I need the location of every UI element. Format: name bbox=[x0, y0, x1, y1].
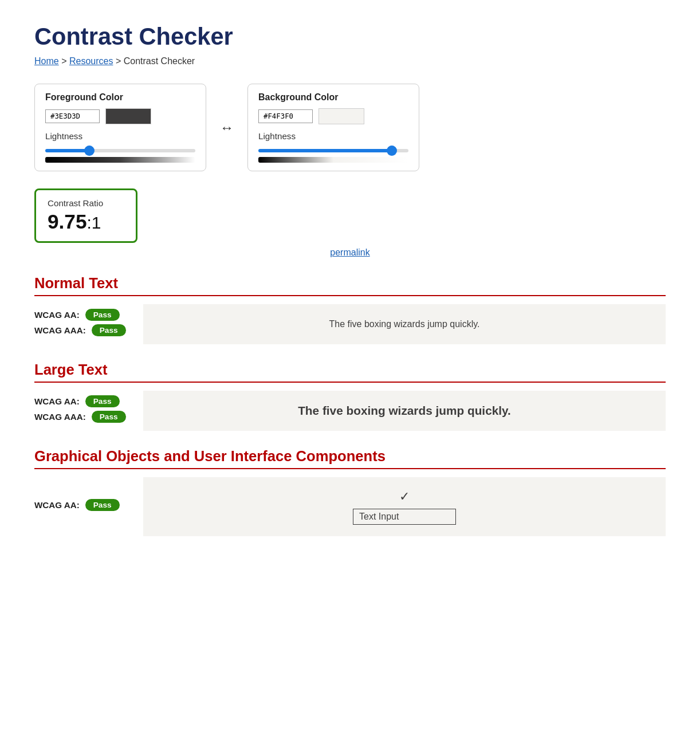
foreground-swatch bbox=[105, 108, 151, 124]
background-input-row bbox=[258, 108, 408, 124]
large-wcag-aaa-row: WCAG AAA: Pass bbox=[34, 411, 132, 423]
normal-wcag-aa-badge: Pass bbox=[85, 309, 120, 321]
graphical-row: WCAG AA: Pass ✓ bbox=[34, 477, 666, 536]
foreground-panel: Foreground Color Lightness bbox=[34, 84, 206, 171]
contrast-ratio-value: 9.75:1 bbox=[48, 210, 124, 233]
large-wcag-aaa-label: WCAG AAA: bbox=[34, 412, 86, 422]
large-text-row: WCAG AA: Pass WCAG AAA: Pass The five bo… bbox=[34, 391, 666, 431]
background-slider-container bbox=[258, 144, 408, 155]
normal-wcag-aaa-row: WCAG AAA: Pass bbox=[34, 324, 132, 336]
normal-wcag-aa-label: WCAG AA: bbox=[34, 310, 80, 320]
checkmark-icon: ✓ bbox=[399, 489, 410, 504]
background-gradient-bar bbox=[258, 157, 408, 163]
large-wcag-aa-badge: Pass bbox=[85, 395, 120, 407]
foreground-input-row bbox=[45, 108, 195, 124]
large-wcag-aaa-badge: Pass bbox=[92, 411, 126, 423]
normal-text-section: Normal Text WCAG AA: Pass WCAG AAA: Pass… bbox=[34, 275, 666, 344]
normal-wcag-aa-row: WCAG AA: Pass bbox=[34, 309, 132, 321]
normal-text-wcag-labels: WCAG AA: Pass WCAG AAA: Pass bbox=[34, 309, 132, 340]
graphical-section: Graphical Objects and User Interface Com… bbox=[34, 448, 666, 536]
graphical-wcag-labels: WCAG AA: Pass bbox=[34, 499, 132, 514]
breadcrumb-resources[interactable]: Resources bbox=[69, 56, 113, 66]
graphical-heading: Graphical Objects and User Interface Com… bbox=[34, 448, 666, 469]
permalink-link[interactable]: permalink bbox=[34, 247, 666, 258]
large-text-sample: The five boxing wizards jump quickly. bbox=[298, 404, 511, 418]
normal-text-row: WCAG AA: Pass WCAG AAA: Pass The five bo… bbox=[34, 304, 666, 344]
background-label: Background Color bbox=[258, 92, 408, 103]
contrast-ratio-label: Contrast Ratio bbox=[48, 198, 124, 208]
normal-wcag-aaa-badge: Pass bbox=[92, 324, 126, 336]
foreground-lightness-slider[interactable] bbox=[45, 149, 195, 152]
background-panel: Background Color Lightness bbox=[247, 84, 419, 171]
text-input-demo[interactable] bbox=[353, 509, 456, 525]
foreground-gradient-bar bbox=[45, 157, 195, 163]
large-text-section: Large Text WCAG AA: Pass WCAG AAA: Pass … bbox=[34, 361, 666, 431]
page-title: Contrast Checker bbox=[34, 23, 666, 50]
background-lightness-slider[interactable] bbox=[258, 149, 408, 152]
large-text-preview: The five boxing wizards jump quickly. bbox=[143, 391, 666, 431]
large-text-wcag-labels: WCAG AA: Pass WCAG AAA: Pass bbox=[34, 395, 132, 426]
swap-button[interactable]: ↔ bbox=[218, 117, 236, 138]
foreground-lightness-label: Lightness bbox=[45, 131, 195, 141]
graphical-preview: ✓ bbox=[143, 477, 666, 536]
large-text-heading: Large Text bbox=[34, 361, 666, 383]
color-inputs-row: Foreground Color Lightness ↔ Background … bbox=[34, 84, 666, 171]
normal-text-preview: The five boxing wizards jump quickly. bbox=[143, 304, 666, 344]
normal-text-heading: Normal Text bbox=[34, 275, 666, 296]
contrast-area: Contrast Ratio 9.75:1 permalink bbox=[34, 188, 666, 258]
large-wcag-aa-row: WCAG AA: Pass bbox=[34, 395, 132, 407]
breadcrumb-home[interactable]: Home bbox=[34, 56, 59, 66]
foreground-slider-container bbox=[45, 144, 195, 155]
background-hex-input[interactable] bbox=[258, 109, 313, 123]
background-swatch bbox=[318, 108, 364, 124]
normal-wcag-aaa-label: WCAG AAA: bbox=[34, 325, 86, 335]
contrast-ratio-box: Contrast Ratio 9.75:1 bbox=[34, 188, 137, 243]
breadcrumb-current: Contrast Checker bbox=[124, 56, 195, 66]
background-lightness-label: Lightness bbox=[258, 131, 408, 141]
graphical-wcag-aa-badge: Pass bbox=[85, 499, 120, 511]
foreground-hex-input[interactable] bbox=[45, 109, 100, 123]
breadcrumb: Home > Resources > Contrast Checker bbox=[34, 56, 666, 66]
normal-text-sample: The five boxing wizards jump quickly. bbox=[329, 319, 480, 329]
large-wcag-aa-label: WCAG AA: bbox=[34, 396, 80, 406]
foreground-label: Foreground Color bbox=[45, 92, 195, 103]
graphical-wcag-aa-row: WCAG AA: Pass bbox=[34, 499, 132, 511]
graphical-wcag-aa-label: WCAG AA: bbox=[34, 500, 80, 510]
